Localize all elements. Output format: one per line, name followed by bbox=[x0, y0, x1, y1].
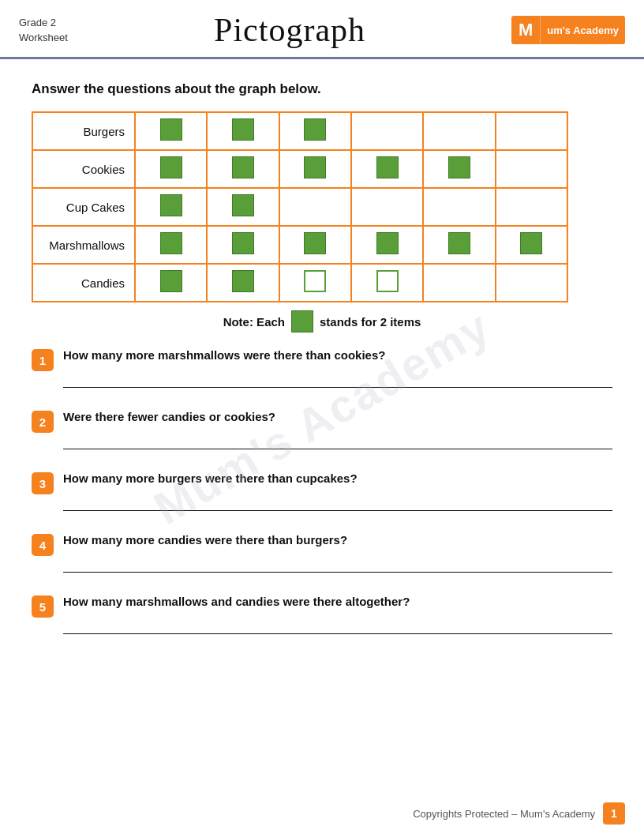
filled-icon bbox=[160, 118, 182, 141]
table-cell bbox=[135, 112, 207, 150]
table-cell bbox=[351, 112, 423, 150]
question-content: How many more candies were there than bu… bbox=[63, 533, 612, 573]
filled-icon bbox=[448, 232, 470, 254]
table-cell bbox=[496, 112, 567, 150]
table-cell bbox=[496, 150, 567, 188]
question-number: 2 bbox=[32, 411, 54, 433]
table-label-cell: Candies bbox=[32, 264, 135, 302]
table-cell bbox=[135, 188, 207, 226]
table-label-cell: Cup Cakes bbox=[32, 188, 135, 226]
table-cell bbox=[207, 264, 279, 302]
question-number: 5 bbox=[32, 595, 54, 618]
table-cell bbox=[279, 264, 351, 302]
question-content: How many marshmallows and candies were t… bbox=[63, 595, 612, 634]
logo: M um's Academy bbox=[511, 16, 625, 44]
filled-icon bbox=[160, 270, 182, 292]
table-cell bbox=[207, 188, 279, 226]
table-label-cell: Cookies bbox=[32, 150, 135, 188]
question-text: Were there fewer candies or cookies? bbox=[63, 410, 612, 423]
note-icon bbox=[291, 310, 313, 332]
answer-line bbox=[63, 434, 612, 449]
filled-icon bbox=[376, 156, 399, 178]
question-text: How many more candies were there than bu… bbox=[63, 533, 612, 547]
table-cell bbox=[351, 150, 423, 188]
pictograph-table: BurgersCookiesCup CakesMarshmallowsCandi… bbox=[32, 111, 568, 302]
question-number: 3 bbox=[32, 472, 54, 494]
header-left: Grade 2 Worksheet bbox=[19, 15, 68, 46]
answer-line bbox=[63, 619, 612, 634]
table-cell bbox=[279, 226, 351, 264]
answer-line bbox=[63, 373, 612, 388]
filled-icon bbox=[160, 194, 182, 216]
table-cell bbox=[351, 264, 423, 302]
table-cell bbox=[496, 226, 567, 264]
question-item: 1How many more marshmallows were there t… bbox=[32, 348, 612, 388]
filled-icon bbox=[160, 232, 182, 254]
question-number: 4 bbox=[32, 534, 54, 556]
table-cell bbox=[423, 264, 495, 302]
question-content: Were there fewer candies or cookies? bbox=[63, 410, 612, 449]
page-title: Pictograph bbox=[214, 11, 365, 49]
footer: Copyrights Protected – Mum's Academy 1 bbox=[0, 793, 644, 834]
question-item: 3How many more burgers were there than c… bbox=[32, 471, 612, 511]
filled-icon bbox=[232, 156, 254, 178]
content: Answer the questions about the graph bel… bbox=[0, 59, 644, 672]
page: Mum's Academy Grade 2 Worksheet Pictogra… bbox=[0, 0, 644, 834]
table-cell bbox=[279, 188, 351, 226]
table-cell bbox=[423, 150, 495, 188]
filled-icon bbox=[232, 118, 254, 141]
filled-icon bbox=[304, 118, 326, 141]
answer-line bbox=[63, 496, 612, 511]
footer-text: Copyrights Protected – Mum's Academy bbox=[413, 808, 595, 820]
table-cell bbox=[496, 264, 567, 302]
table-cell bbox=[279, 150, 351, 188]
outline-icon bbox=[376, 270, 399, 292]
table-cell bbox=[351, 188, 423, 226]
table-cell bbox=[496, 188, 567, 226]
question-content: How many more burgers were there than cu… bbox=[63, 471, 612, 511]
header: Grade 2 Worksheet Pictograph M um's Acad… bbox=[0, 0, 644, 59]
filled-icon bbox=[160, 156, 182, 178]
filled-icon bbox=[232, 232, 254, 254]
logo-m: M bbox=[511, 16, 540, 44]
table-cell bbox=[351, 226, 423, 264]
note-prefix: Note: Each bbox=[223, 315, 285, 329]
filled-icon bbox=[232, 270, 254, 292]
question-item: 4How many more candies were there than b… bbox=[32, 533, 612, 573]
filled-icon bbox=[304, 232, 326, 254]
questions: 1How many more marshmallows were there t… bbox=[32, 348, 612, 634]
table-cell bbox=[207, 150, 279, 188]
table-label-cell: Burgers bbox=[32, 112, 135, 150]
table-label-cell: Marshmallows bbox=[32, 226, 135, 264]
question-content: How many more marshmallows were there th… bbox=[63, 348, 612, 388]
table-cell bbox=[135, 264, 207, 302]
outline-icon bbox=[304, 270, 326, 292]
table-cell bbox=[423, 188, 495, 226]
instruction: Answer the questions about the graph bel… bbox=[32, 81, 612, 97]
table-cell bbox=[135, 150, 207, 188]
question-text: How many more marshmallows were there th… bbox=[63, 348, 612, 362]
filled-icon bbox=[448, 156, 470, 178]
footer-page: 1 bbox=[603, 802, 625, 825]
answer-line bbox=[63, 558, 612, 573]
grade-label: Grade 2 bbox=[19, 15, 68, 31]
question-text: How many marshmallows and candies were t… bbox=[63, 595, 612, 608]
logo-text: um's Academy bbox=[540, 16, 625, 44]
table-cell bbox=[423, 112, 495, 150]
filled-icon bbox=[232, 194, 254, 216]
note-row: Note: Each stands for 2 items bbox=[32, 310, 612, 332]
filled-icon bbox=[304, 156, 326, 178]
note-suffix: stands for 2 items bbox=[320, 315, 421, 329]
filled-icon bbox=[376, 232, 399, 254]
table-cell bbox=[207, 112, 279, 150]
question-item: 5How many marshmallows and candies were … bbox=[32, 595, 612, 634]
table-cell bbox=[423, 226, 495, 264]
table-cell bbox=[207, 226, 279, 264]
table-cell bbox=[279, 112, 351, 150]
question-text: How many more burgers were there than cu… bbox=[63, 471, 612, 485]
question-item: 2Were there fewer candies or cookies? bbox=[32, 410, 612, 449]
table-cell bbox=[135, 226, 207, 264]
worksheet-label: Worksheet bbox=[19, 30, 68, 46]
question-number: 1 bbox=[32, 349, 54, 371]
filled-icon bbox=[520, 232, 542, 254]
